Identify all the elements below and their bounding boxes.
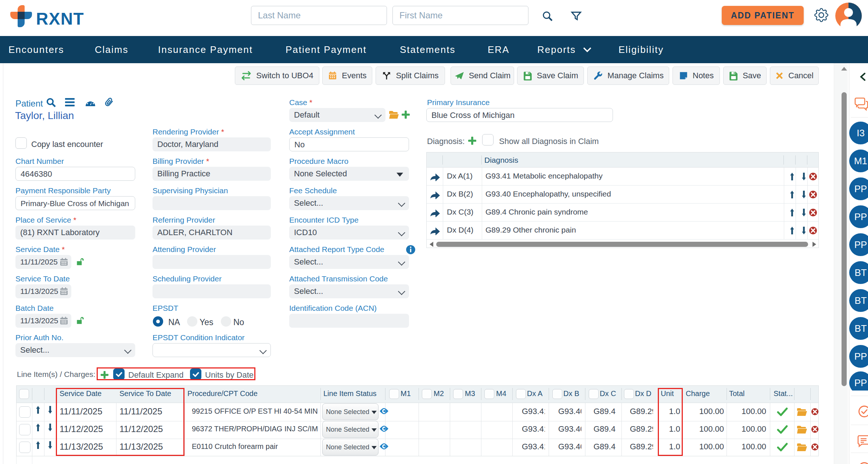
svg-text:RXNT: RXNT [36,9,84,28]
